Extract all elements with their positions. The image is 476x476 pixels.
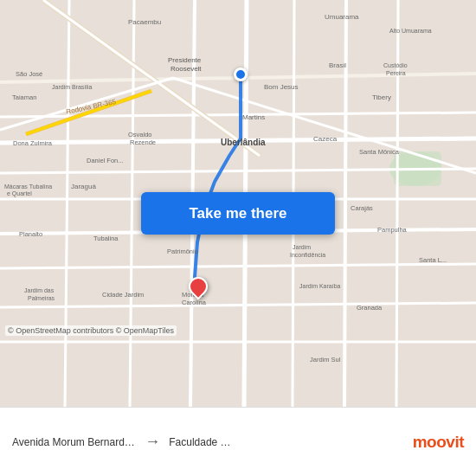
svg-text:Cidade Jardim: Cidade Jardim <box>102 291 144 299</box>
svg-line-18 <box>396 0 398 407</box>
svg-text:Alto Umuarama: Alto Umuarama <box>389 28 432 34</box>
svg-text:Jardim Brasília: Jardim Brasília <box>52 84 92 90</box>
svg-text:Jardim Sul: Jardim Sul <box>310 356 341 363</box>
svg-text:Umuarama: Umuarama <box>325 13 359 21</box>
arrow-icon: → <box>145 433 160 451</box>
svg-text:Presidente: Presidente <box>168 56 202 64</box>
svg-text:Custódio: Custódio <box>383 62 408 68</box>
svg-text:Carajás: Carajás <box>351 204 373 212</box>
moovit-logo-text: moovit <box>413 433 464 452</box>
take-me-there-button[interactable]: Take me there <box>141 192 335 235</box>
destination-text: Faculdade Pitág... <box>169 436 237 448</box>
svg-text:Pampulha: Pampulha <box>377 226 408 234</box>
svg-text:Jaraguá: Jaraguá <box>71 183 96 190</box>
map-container: Pacaembu Umuarama Alto Umuarama São José… <box>0 0 476 407</box>
moovit-logo-area: moovit <box>413 433 464 452</box>
destination-pin <box>189 277 208 303</box>
svg-text:Jardim Karaíba: Jardim Karaíba <box>299 283 341 289</box>
svg-text:Planalto: Planalto <box>19 230 42 238</box>
svg-text:Roosevelt: Roosevelt <box>170 65 202 73</box>
svg-text:Patrimônio: Patrimônio <box>167 248 198 255</box>
svg-text:Pereira: Pereira <box>386 70 406 76</box>
svg-text:Santa Mônica: Santa Mônica <box>359 148 400 156</box>
svg-text:Mácaras Tubalina: Mácaras Tubalina <box>4 183 52 190</box>
svg-text:Daniel Fon...: Daniel Fon... <box>87 157 124 164</box>
svg-text:Granada: Granada <box>357 304 383 312</box>
svg-text:Palmeiras: Palmeiras <box>28 295 55 301</box>
svg-text:Tibery: Tibery <box>372 93 391 101</box>
bottom-bar: Avenida Morum Bernardino, 35... → Faculd… <box>0 407 476 476</box>
svg-text:Rezende: Rezende <box>130 138 156 146</box>
svg-text:Uberlândia: Uberlândia <box>221 138 266 147</box>
svg-text:Cazeca: Cazeca <box>313 135 338 143</box>
svg-text:Bom Jesus: Bom Jesus <box>264 83 299 91</box>
moovit-logo: moovit <box>413 433 464 452</box>
svg-text:Jardim das: Jardim das <box>24 287 55 293</box>
route-info: Avenida Morum Bernardino, 35... → Faculd… <box>12 433 237 451</box>
origin-text: Avenida Morum Bernardino, 35... <box>12 436 136 448</box>
svg-text:Inconfidência: Inconfidência <box>290 252 325 258</box>
svg-text:Osvaldo: Osvaldo <box>128 131 152 138</box>
svg-text:Dona Zulmira: Dona Zulmira <box>13 139 53 147</box>
map-attribution: © OpenStreetMap contributors © OpenMapTi… <box>5 325 177 336</box>
svg-text:e Quartel: e Quartel <box>7 190 32 197</box>
svg-text:Brasil: Brasil <box>329 61 346 69</box>
svg-text:São José: São José <box>16 70 42 78</box>
origin-pin <box>234 68 248 81</box>
svg-text:Tubalina: Tubalina <box>93 235 119 242</box>
svg-text:Santa L...: Santa L... <box>419 256 447 264</box>
svg-text:Pacaembu: Pacaembu <box>128 18 161 26</box>
svg-text:Jardim: Jardim <box>293 244 311 250</box>
svg-text:Taiaman: Taiaman <box>12 93 36 101</box>
svg-text:Martins: Martins <box>242 113 265 121</box>
